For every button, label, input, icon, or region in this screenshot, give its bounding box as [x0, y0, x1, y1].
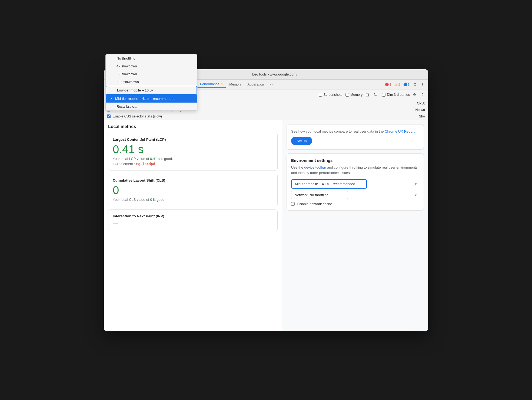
cpu-dropdown-arrow-icon: ▾ [415, 182, 417, 186]
inp-name: Interaction to Next Paint (INP) [113, 214, 273, 218]
show-label: Sho [419, 114, 425, 118]
disable-cache-label: Disable network cache [297, 202, 332, 206]
dim-3rd-parties-checkbox[interactable] [382, 93, 385, 97]
left-panel: Local metrics Largest Contentful Paint (… [104, 120, 282, 331]
tab-memory[interactable]: Memory [227, 81, 244, 88]
settings-gear-icon[interactable]: ⚙ [411, 81, 418, 88]
env-title: Environment settings [291, 158, 419, 163]
tab-application[interactable]: Application [245, 81, 267, 88]
screenshots-checkbox-group[interactable]: Screenshots [319, 93, 342, 97]
env-card: Environment settings Use the device tool… [287, 153, 424, 211]
memory-icon: ⊟ [364, 91, 371, 98]
cls-name: Cumulative Layout Shift (CLS) [113, 178, 273, 182]
warning-triangle-icon: ⚠ [394, 83, 397, 86]
local-metrics-title: Local metrics [108, 124, 278, 129]
lcp-desc: Your local LCP value of 0.41 s is good. [113, 157, 273, 161]
devtools-window: DevTools - www.google.com/ ⬚ ☰ Elements … [104, 69, 428, 331]
lcp-card: Largest Contentful Paint (LCP) 0.41 s Yo… [108, 133, 278, 171]
memory-checkbox[interactable] [345, 93, 349, 97]
disable-cache-checkbox[interactable] [291, 202, 295, 206]
memory-checkbox-group[interactable]: Memory [345, 93, 363, 97]
cls-value: 0 [113, 185, 273, 196]
cpu-label: CPU: [417, 101, 425, 105]
network-label: Netwo [415, 108, 425, 112]
toolbar-gear-icon[interactable]: ⚙ [411, 91, 418, 98]
enable-css-label: Enable CSS selector stats (slow) [113, 114, 162, 118]
cpu-select[interactable]: No throttling4× slowdown6× slowdown20× s… [291, 179, 367, 189]
inp-value: — [113, 220, 273, 227]
lcp-element: LCP element img.lnXdpd [113, 162, 273, 166]
ux-card: See how your local metrics compare to re… [287, 124, 424, 150]
cls-card: Cumulative Layout Shift (CLS) 0 Your loc… [108, 174, 278, 206]
warning-badge: ⚠ 2 [393, 82, 401, 87]
lcp-value: 0.41 s [113, 144, 273, 155]
error-circle-icon: 🔴 [385, 83, 389, 86]
env-desc: Use the device toolbar and configure thr… [291, 165, 419, 175]
info-badge: 🔵 1 [402, 82, 411, 87]
info-icon: 🔵 [403, 83, 407, 86]
cpu-dropdown-container: No throttling4× slowdown6× slowdown20× s… [291, 179, 419, 189]
performance-warn-icon: ⚠ [220, 82, 223, 86]
right-panel: See how your local metrics compare to re… [282, 120, 428, 331]
tab-performance[interactable]: Performance ⚠ [197, 81, 226, 88]
error-badge: 🔴 1 [384, 82, 393, 87]
disable-cache-row: Disable network cache [291, 202, 419, 206]
throttle-icon: ⇅ [372, 91, 379, 98]
main-content: Local metrics Largest Contentful Paint (… [104, 120, 428, 331]
dim-3rd-parties-group[interactable]: Dim 3rd parties [382, 93, 410, 97]
network-dropdown-arrow-icon: ▾ [415, 193, 417, 197]
tab-more-button[interactable]: >> [267, 81, 274, 88]
chrome-ux-report-link[interactable]: Chrome UX Report [385, 129, 415, 133]
cls-desc: Your local CLS value of 0 is good. [113, 198, 273, 202]
screenshots-checkbox[interactable] [319, 93, 322, 97]
enable-css-checkbox[interactable] [107, 114, 111, 118]
inp-card: Interaction to Next Paint (INP) — [108, 209, 278, 231]
lcp-name: Largest Contentful Paint (LCP) [113, 137, 273, 142]
ux-desc: See how your local metrics compare to re… [291, 129, 419, 134]
device-toolbar-link[interactable]: device toolbar [304, 165, 326, 169]
more-options-icon[interactable]: ⋮ [419, 81, 426, 88]
settings-line-3: Enable CSS selector stats (slow) Sho [104, 113, 428, 120]
network-select[interactable]: Network: No throttling [291, 191, 348, 199]
network-select-container: Network: No throttling ▾ [291, 191, 419, 199]
toolbar-help-icon[interactable]: ? [419, 91, 426, 98]
setup-button[interactable]: Set up [291, 137, 312, 145]
